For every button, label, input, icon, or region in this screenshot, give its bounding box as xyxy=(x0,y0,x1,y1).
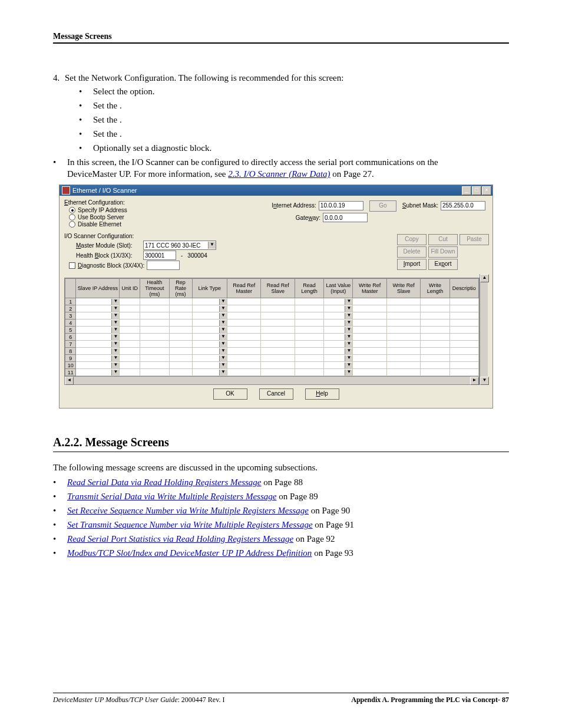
table-row[interactable]: 3▼▼▼ xyxy=(65,312,479,319)
list-item: •Read Serial Data via Read Holding Regis… xyxy=(53,476,509,488)
radio-bootp[interactable]: Use Bootp Server xyxy=(69,214,223,220)
chevron-down-icon[interactable]: ▼ xyxy=(345,370,352,375)
chevron-down-icon[interactable]: ▼ xyxy=(111,355,119,361)
app-icon xyxy=(62,186,70,195)
ok-button[interactable]: OK xyxy=(213,388,247,400)
subnet-input[interactable] xyxy=(441,201,485,210)
diag-input[interactable] xyxy=(147,261,180,270)
chevron-down-icon[interactable]: ▼ xyxy=(345,341,352,347)
section-intro: The following message screens are discus… xyxy=(53,463,509,473)
chevron-down-icon: ▼ xyxy=(208,242,216,249)
chevron-down-icon[interactable]: ▼ xyxy=(345,320,352,326)
chevron-down-icon[interactable]: ▼ xyxy=(219,341,227,347)
sub-item: Select the option. xyxy=(93,85,155,97)
chevron-down-icon[interactable]: ▼ xyxy=(219,355,227,361)
delete-button[interactable]: Delete xyxy=(397,246,427,258)
table-row[interactable]: 7▼▼▼ xyxy=(65,341,479,348)
sub-item: Set the . xyxy=(93,128,122,140)
col-header: Read Length xyxy=(295,279,323,298)
section-link[interactable]: Modbus/TCP Slot/Index and DeviceMaster U… xyxy=(67,548,312,558)
health-from-input[interactable] xyxy=(143,251,176,260)
table-row[interactable]: 4▼▼▼ xyxy=(65,319,479,327)
list-item: •Modbus/TCP Slot/Index and DeviceMaster … xyxy=(53,547,509,559)
chevron-down-icon[interactable]: ▼ xyxy=(111,320,119,326)
footer-title: DeviceMaster UP Modbus/TCP User Guide xyxy=(53,696,178,704)
chevron-down-icon[interactable]: ▼ xyxy=(111,341,119,347)
chevron-down-icon[interactable]: ▼ xyxy=(219,327,227,333)
section-link[interactable]: Transmit Serial Data via Write Multiple … xyxy=(67,492,276,501)
chevron-down-icon[interactable]: ▼ xyxy=(111,313,119,319)
gateway-label: Gateway: xyxy=(296,215,320,221)
internet-addr-input[interactable] xyxy=(319,201,363,210)
help-button[interactable]: Help xyxy=(305,388,339,400)
scroll-down-icon: ▼ xyxy=(480,377,489,385)
scanner-table: Slave IP AddressUnit IDHealth Timeout (m… xyxy=(64,278,480,385)
filldown-button[interactable]: Fill Down xyxy=(428,246,458,258)
chevron-down-icon[interactable]: ▼ xyxy=(111,327,119,333)
table-row[interactable]: 10▼▼▼ xyxy=(65,362,479,369)
table-row[interactable]: 9▼▼▼ xyxy=(65,355,479,362)
table-row[interactable]: 2▼▼▼ xyxy=(65,305,479,312)
table-row[interactable]: 8▼▼▼ xyxy=(65,348,479,355)
diag-checkbox[interactable] xyxy=(69,262,75,269)
paste-button[interactable]: Paste xyxy=(459,234,489,245)
chevron-down-icon[interactable]: ▼ xyxy=(219,313,227,319)
chevron-down-icon[interactable]: ▼ xyxy=(111,370,119,375)
close-icon[interactable]: × xyxy=(482,186,491,195)
cancel-button[interactable]: Cancel xyxy=(259,388,293,400)
radio-specify-ip[interactable]: Specify IP Address xyxy=(69,207,223,213)
chevron-down-icon[interactable]: ▼ xyxy=(111,334,119,340)
chevron-down-icon[interactable]: ▼ xyxy=(219,363,227,368)
chevron-down-icon[interactable]: ▼ xyxy=(345,363,352,368)
section-link[interactable]: Read Serial Data via Read Holding Regist… xyxy=(67,477,262,487)
gateway-input[interactable] xyxy=(323,213,368,222)
master-module-dropdown[interactable]: 171 CCC 960 30-IEC▼ xyxy=(143,241,216,250)
health-to: 300004 xyxy=(187,252,207,259)
maximize-icon[interactable]: □ xyxy=(472,186,481,195)
cut-button[interactable]: Cut xyxy=(428,234,458,245)
diag-label: Diagnostic Block (3X/4X): xyxy=(78,262,144,269)
footer-right: Appendix A. Programming the PLC via Conc… xyxy=(351,696,509,704)
col-header: Read Ref Master xyxy=(227,279,261,298)
table-row[interactable]: 1▼▼▼ xyxy=(65,298,479,305)
chevron-down-icon[interactable]: ▼ xyxy=(345,355,352,361)
chevron-down-icon[interactable]: ▼ xyxy=(219,370,227,375)
minimize-icon[interactable]: _ xyxy=(462,186,471,195)
section-link-list: •Read Serial Data via Read Holding Regis… xyxy=(53,476,509,559)
footer-rev: : 2000447 Rev. I xyxy=(178,696,225,704)
chevron-down-icon[interactable]: ▼ xyxy=(345,306,352,312)
step-4: 4. Set the Network Configuration. The fo… xyxy=(53,73,509,83)
chevron-down-icon[interactable]: ▼ xyxy=(111,306,119,312)
ob-line2b: on Page 27. xyxy=(330,169,374,179)
chevron-down-icon[interactable]: ▼ xyxy=(219,334,227,340)
chevron-down-icon[interactable]: ▼ xyxy=(345,334,352,340)
chevron-down-icon[interactable]: ▼ xyxy=(111,348,119,354)
radio-disable[interactable]: Disable Ethernet xyxy=(69,221,223,228)
import-button[interactable]: Import xyxy=(397,259,427,270)
table-row[interactable]: 5▼▼▼ xyxy=(65,327,479,334)
table-row[interactable]: 11▼▼▼ xyxy=(65,369,479,376)
chevron-down-icon[interactable]: ▼ xyxy=(219,299,227,305)
chevron-down-icon[interactable]: ▼ xyxy=(345,299,352,305)
chevron-down-icon[interactable]: ▼ xyxy=(219,348,227,354)
table-row[interactable]: 6▼▼▼ xyxy=(65,334,479,341)
chevron-down-icon[interactable]: ▼ xyxy=(345,313,352,319)
scroll-right-icon: ► xyxy=(470,377,479,385)
section-rule xyxy=(53,452,509,452)
section-link[interactable]: Set Receive Sequence Number via Write Mu… xyxy=(67,506,309,515)
chevron-down-icon[interactable]: ▼ xyxy=(219,320,227,326)
chevron-down-icon[interactable]: ▼ xyxy=(345,348,352,354)
section-link[interactable]: Read Serial Port Statistics via Read Hol… xyxy=(67,534,293,543)
horizontal-scrollbar[interactable]: ◄ ► xyxy=(65,376,479,384)
chevron-down-icon[interactable]: ▼ xyxy=(111,299,119,305)
chevron-down-icon[interactable]: ▼ xyxy=(345,327,352,333)
chevron-down-icon[interactable]: ▼ xyxy=(111,363,119,368)
io-scanner-link[interactable]: 2.3. I/O Scanner (Raw Data) xyxy=(228,169,330,179)
chevron-down-icon[interactable]: ▼ xyxy=(219,306,227,312)
go-button[interactable]: Go xyxy=(369,200,396,212)
export-button[interactable]: Export xyxy=(428,259,458,270)
section-link[interactable]: Set Transmit Sequence Number via Write M… xyxy=(67,520,313,529)
copy-button[interactable]: Copy xyxy=(397,234,427,245)
io-cfg-label: I/O Scanner Configuration: xyxy=(64,233,397,239)
vertical-scrollbar[interactable]: ▲ ▼ xyxy=(480,274,488,385)
